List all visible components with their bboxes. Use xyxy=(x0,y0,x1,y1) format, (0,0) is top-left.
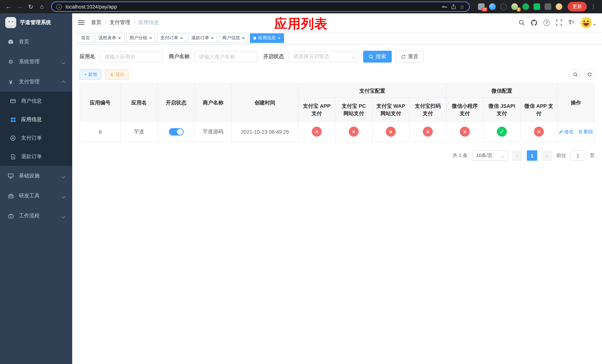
browser-home-icon[interactable]: ⌂ xyxy=(37,2,47,11)
row-status-toggle[interactable] xyxy=(169,128,183,135)
sidebar-item-payment[interactable]: ¥ 支付管理 xyxy=(0,72,72,92)
tab-user-group[interactable]: 用户分组× xyxy=(126,33,155,43)
tab-refund-order[interactable]: 退款订单× xyxy=(188,33,217,43)
app-logo[interactable]: 芋道管理系统 xyxy=(0,13,72,32)
sidebar-item-label: 首页 xyxy=(19,39,29,45)
browser-menu-icon[interactable]: ⋮ xyxy=(588,3,598,10)
search-button[interactable]: 搜索 xyxy=(363,51,392,63)
current-page-button[interactable]: 1 xyxy=(527,150,537,161)
sidebar-item-label: 系统管理 xyxy=(19,58,40,65)
logo-image xyxy=(5,17,16,28)
browser-reload-icon[interactable]: ↻ xyxy=(26,2,35,11)
page-size-value: 10条/页 xyxy=(476,152,492,159)
sidebar-item-label: 支付订单 xyxy=(21,135,42,141)
sidebar-item-pay-order[interactable]: 支付订单 xyxy=(0,129,72,147)
edit-link[interactable]: 修改 xyxy=(559,128,574,135)
sidebar-item-app-info[interactable]: 应用信息 xyxy=(0,110,72,129)
extension-blue-drop-icon[interactable] xyxy=(489,3,496,10)
sidebar-item-system[interactable]: ⚙ 系统管理 xyxy=(0,52,72,72)
refresh-icon-button[interactable] xyxy=(584,69,595,80)
tab-process-form[interactable]: 流程表单× xyxy=(95,33,124,43)
reset-button[interactable]: 重置 xyxy=(395,51,424,63)
tab-close-icon[interactable]: × xyxy=(180,36,183,40)
help-icon[interactable]: ? xyxy=(544,20,550,26)
profile-avatar-icon[interactable] xyxy=(556,3,562,10)
extensions-area: 10 1 xyxy=(478,3,562,10)
app-name-input[interactable] xyxy=(100,51,163,62)
navbar-actions: ? TT xyxy=(519,17,602,28)
tab-app-info[interactable]: 应用信息× xyxy=(250,33,284,43)
prev-page-button[interactable]: ‹ xyxy=(512,150,522,161)
sidebar-item-home[interactable]: 首页 xyxy=(0,32,72,52)
status-circle-icon: ✓ xyxy=(497,127,507,137)
payment-submenu: 商户信息 应用信息 支付订单 xyxy=(0,92,72,166)
page-content: 应用名 商户名称 开启状态 请选择开启状态 搜索 重置 xyxy=(72,44,602,364)
tab-label: 首页 xyxy=(81,35,90,41)
sidebar-item-infrastructure[interactable]: 基础设施 xyxy=(0,166,72,186)
tab-close-icon[interactable]: × xyxy=(118,36,121,40)
user-avatar[interactable] xyxy=(580,17,596,28)
delete-link-label: 删除 xyxy=(584,128,593,135)
delete-link[interactable]: 删除 xyxy=(578,128,593,135)
status-label: 开启状态 xyxy=(263,53,284,60)
tab-label: 商户信息 xyxy=(222,35,240,41)
extension-dark-puzzle-icon[interactable] xyxy=(545,3,551,10)
extension-avatar-icon[interactable]: 1 xyxy=(511,3,518,10)
sidebar-item-dev-tools[interactable]: 研发工具 xyxy=(0,186,72,206)
toggle-search-icon-button[interactable] xyxy=(570,69,580,80)
password-key-icon[interactable] xyxy=(441,4,447,10)
extension-dark-circle-icon[interactable] xyxy=(500,3,507,10)
bookmark-star-icon[interactable]: ☆ xyxy=(460,4,465,10)
tab-home[interactable]: 首页 xyxy=(78,33,93,43)
cell-wx-app: × xyxy=(520,121,557,142)
share-icon[interactable] xyxy=(451,4,456,9)
fullscreen-icon[interactable] xyxy=(556,20,562,26)
github-icon[interactable] xyxy=(531,20,537,26)
active-tab-dot xyxy=(253,36,256,39)
col-header-alipay-pc: 支付宝 PC 网站支付 xyxy=(335,97,372,121)
sidebar-item-refund-order[interactable]: 退款订单 xyxy=(0,147,72,166)
tab-merchant-info[interactable]: 商户信息× xyxy=(219,33,248,43)
url-text[interactable]: localhost:1024/pay/app xyxy=(65,4,117,10)
app-table: 应用编号 应用名 开启状态 商户名称 创建时间 支付宝配置 微信配置 操作 支付… xyxy=(80,83,595,142)
breadcrumb-home[interactable]: 首页 xyxy=(91,19,101,26)
chrome-update-button[interactable]: 更新 xyxy=(568,2,587,11)
page-info-icon[interactable]: i xyxy=(56,4,62,10)
tab-close-icon[interactable]: × xyxy=(242,36,245,40)
status-select[interactable]: 请选择开启状态 xyxy=(288,51,359,62)
tab-pay-order[interactable]: 支付订单× xyxy=(157,33,186,43)
sidebar-item-workflow[interactable]: 工作流程 xyxy=(0,206,72,226)
tab-label: 用户分组 xyxy=(129,35,147,41)
goto-page-input[interactable] xyxy=(570,150,585,161)
merchant-name-input[interactable] xyxy=(194,51,257,62)
add-button-label: 新增 xyxy=(88,71,97,78)
breadcrumb-payment[interactable]: 支付管理 xyxy=(110,19,130,26)
col-header-alipay-wap: 支付宝 WAP 网站支付 xyxy=(372,97,409,121)
filter-form: 应用名 商户名称 开启状态 请选择开启状态 搜索 重置 xyxy=(80,51,595,63)
font-size-icon[interactable]: TT xyxy=(568,20,574,26)
cell-merchant: 芋道源码 xyxy=(194,121,232,142)
tab-close-icon[interactable]: × xyxy=(149,36,152,40)
extension-green-square-icon[interactable] xyxy=(534,3,540,10)
tab-close-icon[interactable]: × xyxy=(278,36,280,40)
goto-unit: 页 xyxy=(590,152,595,159)
browser-back-icon[interactable]: ← xyxy=(4,2,13,11)
sidebar-item-merchant-info[interactable]: 商户信息 xyxy=(0,92,72,110)
tab-close-icon[interactable]: × xyxy=(211,36,214,40)
breadcrumb-separator: / xyxy=(105,20,106,26)
extension-puzzle-icon[interactable]: 10 xyxy=(478,3,485,10)
export-button[interactable]: 导出 xyxy=(105,69,129,80)
add-button[interactable]: + 新增 xyxy=(80,69,101,80)
col-header-name: 应用名 xyxy=(120,84,158,121)
search-icon[interactable] xyxy=(519,20,525,26)
sidebar: 芋道管理系统 首页 ⚙ 系统管理 ¥ 支付管理 xyxy=(0,13,72,364)
next-page-button[interactable]: › xyxy=(542,150,552,161)
page-size-select[interactable]: 10条/页 xyxy=(472,150,508,161)
col-header-alipay-qr: 支付宝扫码支付 xyxy=(409,97,446,121)
address-bar[interactable]: i localhost:1024/pay/app ☆ xyxy=(51,1,470,12)
app-navbar: 首页 / 支付管理 / 应用信息 ? xyxy=(72,13,602,32)
extension-green-circle-icon[interactable] xyxy=(522,3,529,10)
cell-wx-mini: × xyxy=(446,121,483,142)
browser-forward-icon[interactable]: → xyxy=(15,2,24,11)
merchant-name-label: 商户名称 xyxy=(169,53,190,60)
